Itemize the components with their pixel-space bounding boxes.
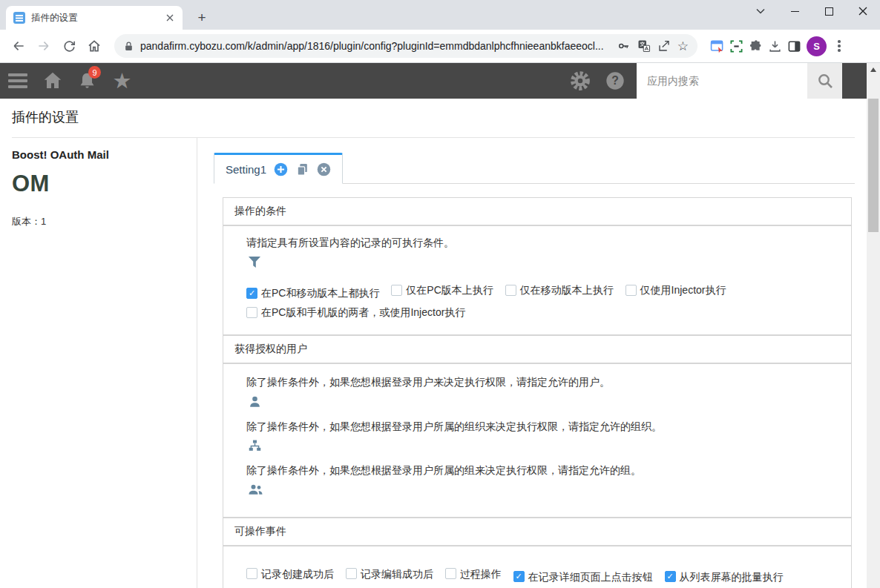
- checkbox-box[interactable]: [246, 568, 257, 579]
- tab-setting1-label: Setting1: [226, 163, 266, 176]
- conditions-description: 请指定具有所设置内容的记录的可执行条件。: [246, 236, 839, 249]
- delete-setting-icon[interactable]: [316, 162, 332, 177]
- browser-window: 插件的设置 +: [0, 0, 880, 588]
- authorized-users-item: 除了操作条件外，如果您想根据登录用户来决定执行权限，请指定允许的用户。: [246, 375, 839, 412]
- lock-icon: [124, 41, 134, 52]
- extension-window-icon[interactable]: [710, 39, 724, 53]
- checkbox-run-both-or-injector[interactable]: 在PC版和手机版的两者，或使用Injector执行: [246, 303, 465, 322]
- app-search-input[interactable]: [637, 63, 807, 99]
- section-body-authorized-users: 除了操作条件外，如果您想根据登录用户来决定执行权限，请指定允许的用户。 除了操作…: [223, 363, 852, 518]
- section-body-events: 记录创建成功后 记录编辑成功后 过程操作: [223, 546, 852, 588]
- page-title: 插件的设置: [12, 108, 855, 126]
- settings-gear-icon[interactable]: [562, 63, 597, 99]
- forward-icon[interactable]: [31, 33, 56, 59]
- condition-checkboxes: 在PC和移动版本上都执行 仅在PC版本上执行 仅在移动版本上执行: [246, 280, 839, 324]
- notifications-bell-icon[interactable]: 9: [70, 63, 105, 99]
- page-favicon-icon: [13, 12, 25, 24]
- portal-home-icon[interactable]: [35, 63, 70, 99]
- section-body-conditions: 请指定具有所设置内容的记录的可执行条件。 在PC和移动版本上都执行: [223, 225, 852, 335]
- authorized-orgs-item: 除了操作条件外，如果您想根据登录用户所属的组织来决定执行权限，请指定允许的组织。: [246, 420, 839, 456]
- browser-menu-icon[interactable]: [832, 37, 847, 55]
- password-key-icon[interactable]: [617, 39, 631, 53]
- checkbox-run-pc-and-mobile[interactable]: 在PC和移动版本上都执行: [246, 283, 379, 303]
- share-icon[interactable]: [657, 39, 671, 53]
- downloads-icon[interactable]: [768, 39, 782, 53]
- authorized-groups-item: 除了操作条件外，如果您想根据登录用户所属的组来决定执行权限，请指定允许的组。: [246, 463, 839, 499]
- checkbox-box[interactable]: [505, 285, 516, 296]
- add-setting-icon[interactable]: [273, 162, 289, 177]
- favorites-star-icon[interactable]: ★: [105, 63, 139, 99]
- plugin-config-page: 插件的设置 Boost! OAuth Mail OM 版本：1 Setting1: [0, 99, 867, 588]
- checkbox-run-injector-only[interactable]: 仅使用Injector执行: [625, 280, 726, 300]
- plugin-logo: OM: [12, 171, 188, 197]
- checkbox-box[interactable]: [445, 568, 456, 579]
- reload-icon[interactable]: [56, 33, 82, 59]
- notification-badge: 9: [88, 66, 101, 79]
- window-minimize-button[interactable]: [778, 0, 812, 22]
- section-header-authorized-users: 获得授权的用户: [223, 335, 852, 363]
- help-icon[interactable]: ?: [597, 63, 632, 99]
- search-button[interactable]: [807, 63, 842, 99]
- checkbox-box[interactable]: [391, 285, 402, 296]
- app-menu-icon[interactable]: [0, 63, 35, 99]
- plugin-version: 版本：1: [12, 215, 188, 228]
- settings-tab-bar: Setting1: [214, 153, 855, 184]
- checkbox-after-record-edit[interactable]: 记录编辑成功后: [346, 564, 433, 584]
- window-close-button[interactable]: [846, 0, 880, 22]
- in-app-search: [637, 63, 842, 99]
- tab-search-chevron-icon[interactable]: [743, 0, 778, 22]
- window-controls: [743, 0, 880, 22]
- user-icon[interactable]: [248, 394, 262, 409]
- checkbox-box[interactable]: [625, 285, 637, 296]
- copy-setting-icon[interactable]: [295, 162, 309, 176]
- home-icon[interactable]: [82, 33, 107, 59]
- back-icon[interactable]: [6, 33, 31, 59]
- toolbar-extensions-area: S: [705, 36, 847, 56]
- app-header: 9 ★ ?: [0, 63, 867, 99]
- checkbox-box[interactable]: [346, 568, 357, 579]
- checkbox-after-record-create[interactable]: 记录创建成功后: [246, 564, 334, 584]
- capture-tool-icon[interactable]: [729, 39, 743, 53]
- plugin-name: Boost! OAuth Mail: [12, 148, 188, 161]
- page-scrollbar[interactable]: [867, 63, 880, 588]
- extensions-puzzle-icon[interactable]: [749, 39, 763, 53]
- window-maximize-button[interactable]: [812, 0, 846, 22]
- checkbox-bulk-from-list[interactable]: 从列表屏幕的批量执行: [665, 567, 784, 587]
- event-checkboxes: 记录创建成功后 记录编辑成功后 过程操作: [246, 564, 839, 587]
- browser-tabstrip: 插件的设置 +: [0, 0, 880, 30]
- checkbox-detail-page-button[interactable]: 在记录详细页面上点击按钮: [513, 567, 653, 587]
- checkbox-box[interactable]: [513, 571, 525, 582]
- checkbox-run-pc-only[interactable]: 仅在PC版本上执行: [391, 280, 493, 300]
- svg-text:?: ?: [611, 74, 619, 87]
- checkbox-run-mobile-only[interactable]: 仅在移动版本上执行: [505, 280, 614, 300]
- checkbox-process-action[interactable]: 过程操作: [445, 564, 502, 584]
- scrollbar-up-arrow[interactable]: [867, 63, 880, 76]
- tab-close-icon[interactable]: [163, 11, 177, 24]
- checkbox-box[interactable]: [246, 307, 257, 318]
- checkbox-box[interactable]: [246, 288, 257, 299]
- browser-tab[interactable]: 插件的设置: [6, 6, 183, 30]
- plugin-settings-main: Setting1 操作的条件: [197, 138, 867, 588]
- filter-icon[interactable]: [248, 256, 261, 268]
- plugin-sidebar: Boost! OAuth Mail OM 版本：1: [0, 138, 197, 588]
- translate-icon[interactable]: [637, 39, 651, 53]
- checkbox-box[interactable]: [665, 571, 676, 582]
- url-text[interactable]: pandafirm.cybozu.com/k/admin/app/1816/pl…: [140, 40, 611, 52]
- tab-title: 插件的设置: [31, 12, 163, 24]
- profile-avatar[interactable]: S: [807, 36, 827, 56]
- section-header-events: 可操作事件: [223, 518, 852, 546]
- group-icon[interactable]: [248, 483, 263, 496]
- scrollbar-thumb[interactable]: [868, 99, 879, 232]
- organization-icon[interactable]: [248, 439, 262, 453]
- side-panel-icon[interactable]: [787, 39, 801, 53]
- browser-toolbar: pandafirm.cybozu.com/k/admin/app/1816/pl…: [0, 30, 880, 63]
- address-bar[interactable]: pandafirm.cybozu.com/k/admin/app/1816/pl…: [114, 34, 697, 58]
- bookmark-star-icon[interactable]: ☆: [677, 40, 689, 53]
- section-header-conditions: 操作的条件: [223, 197, 852, 225]
- new-tab-button[interactable]: +: [191, 7, 212, 28]
- tab-setting1[interactable]: Setting1: [214, 153, 343, 184]
